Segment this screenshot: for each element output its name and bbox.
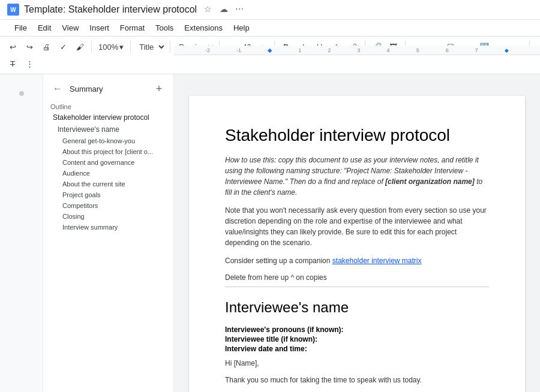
doc-icon: W — [7, 4, 19, 16]
outline-label: Outline — [43, 101, 173, 111]
spell-check-button[interactable]: ✓ — [55, 39, 71, 55]
main-area: ← Summary + Outline Stakeholder intervie… — [0, 74, 540, 392]
menu-view[interactable]: View — [57, 21, 83, 35]
outline-item-gettoknow[interactable]: General get-to-know-you — [43, 135, 173, 146]
sidebar-back-button[interactable]: ← — [50, 82, 65, 96]
menu-tools[interactable]: Tools — [151, 21, 178, 35]
delete-line: Delete from here up ^ on copies — [225, 273, 489, 282]
more-options-button[interactable]: ⋮ — [22, 56, 37, 71]
star-icon[interactable]: ☆ — [204, 4, 215, 15]
style-select[interactable]: Title — [134, 41, 166, 53]
outline-item-interview-summary[interactable]: Interview summary — [43, 222, 173, 233]
zoom-value: 100% — [98, 43, 118, 52]
pronouns-label: Interviewee's pronouns (if known): — [225, 325, 489, 334]
stakeholder-matrix-link[interactable]: stakeholder interview matrix — [332, 257, 422, 265]
outline-item-current-site[interactable]: About the current site — [43, 179, 173, 189]
document-main-title: Stakeholder interview protocol — [225, 126, 489, 145]
gutter-marker — [19, 91, 24, 96]
note-para: Note that you won't necessarily ask ever… — [225, 205, 489, 248]
outline-item-aboutproject[interactable]: About this project for [client o... — [43, 146, 173, 157]
title-label: Interviewee title (if known): — [225, 335, 489, 343]
outline-item-interviewee[interactable]: Interviewee's name — [43, 123, 173, 135]
outline-item-competitors[interactable]: Competitors — [43, 200, 173, 211]
outline-item-project-goals[interactable]: Project goals — [43, 189, 173, 200]
sidebar-add-button[interactable]: + — [152, 82, 166, 96]
menu-edit[interactable]: Edit — [33, 21, 56, 35]
menu-format[interactable]: Format — [115, 21, 149, 35]
title-bar: W Template: Stakeholder interview protoc… — [0, 0, 540, 20]
toolbar-separator-1 — [91, 41, 92, 53]
greeting-para: Hi [Name], — [225, 358, 489, 369]
section-divider — [225, 287, 489, 287]
menu-help[interactable]: Help — [229, 21, 254, 35]
menu-bar: File Edit View Insert Format Tools Exten… — [0, 20, 540, 37]
outline-item-audience[interactable]: Audience — [43, 168, 173, 179]
menu-file[interactable]: File — [10, 21, 32, 35]
document-area[interactable]: -2 -1 ◆ 1 2 3 4 5 6 7 ◆ Stakeholder inte… — [174, 74, 540, 392]
consider-para: Consider setting up a companion stakehol… — [225, 255, 489, 266]
interview-date-label: Interview date and time: — [225, 345, 489, 353]
menu-insert[interactable]: Insert — [85, 21, 114, 35]
toolbar-separator-2 — [130, 41, 131, 53]
outline-item-closing[interactable]: Closing — [43, 211, 173, 222]
toolbar: ↩ ↪ 🖨 ✓ 🖌 100% ▾ Title Proxi... − 40 + B… — [0, 37, 540, 74]
more-icon[interactable]: ⋯ — [235, 4, 246, 15]
clear-format-button[interactable]: T̶ — [5, 56, 20, 71]
outline-item-content-governance[interactable]: Content and governance — [43, 157, 173, 168]
how-to-para: How to use this: copy this document to u… — [225, 155, 489, 198]
toolbar-separator-3 — [170, 41, 170, 53]
cloud-icon[interactable]: ☁ — [220, 4, 230, 15]
undo-button[interactable]: ↩ — [5, 39, 20, 55]
zoom-control[interactable]: 100% ▾ — [95, 41, 127, 53]
document-title: Template: Stakeholder interview protocol — [24, 4, 197, 15]
title-icons: ☆ ☁ ⋯ — [204, 4, 246, 15]
sidebar-summary-label: Summary — [70, 85, 152, 94]
thank-you-para: Thank you so much for taking the time to… — [225, 375, 489, 385]
redo-button[interactable]: ↪ — [22, 39, 37, 55]
left-gutter — [0, 74, 43, 392]
sidebar-header: ← Summary + — [43, 79, 173, 98]
document-page: Stakeholder interview protocol How to us… — [189, 96, 525, 392]
document-page-wrapper: Stakeholder interview protocol How to us… — [189, 96, 525, 392]
section-title: Interviewee's name — [225, 299, 489, 316]
print-button[interactable]: 🖨 — [38, 39, 54, 55]
outline-item-main-title[interactable]: Stakeholder interview protocol — [43, 111, 173, 123]
sidebar: ← Summary + Outline Stakeholder intervie… — [43, 74, 174, 392]
zoom-arrow: ▾ — [119, 43, 124, 52]
menu-extensions[interactable]: Extensions — [179, 21, 227, 35]
paint-format-button[interactable]: 🖌 — [72, 39, 88, 55]
